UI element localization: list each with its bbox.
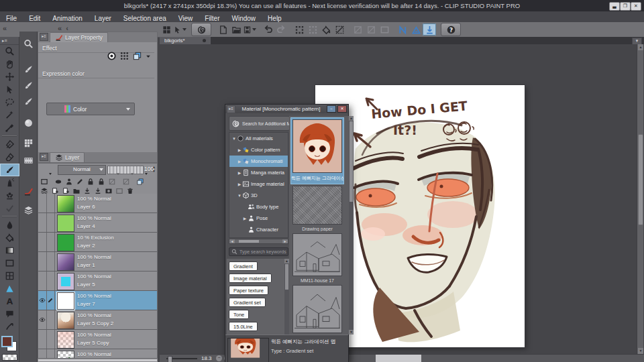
redo-button[interactable] — [274, 23, 288, 36]
scroll-down-icon[interactable]: ▼ — [638, 348, 643, 354]
tool-correct-line[interactable] — [0, 320, 19, 333]
scrollbar-thumb[interactable] — [285, 264, 288, 290]
layer-row[interactable]: 100 % NormalLayer 1 — [38, 252, 157, 272]
tool-selection[interactable] — [0, 96, 19, 109]
layer-list-scrollbar[interactable] — [38, 359, 158, 362]
layer-thumbnail[interactable] — [57, 195, 74, 213]
tag-tone[interactable]: Tone — [229, 310, 249, 319]
tool-eyedropper[interactable] — [0, 121, 19, 134]
scrollbar-thumb[interactable] — [239, 240, 259, 243]
help-button[interactable] — [444, 23, 458, 36]
layer-thumbnail[interactable] — [57, 312, 74, 329]
tree-item-pose[interactable]: ▶Pose — [229, 213, 288, 224]
material-item[interactable]: MM11-house 17 — [291, 233, 343, 283]
scale-rotate-button[interactable] — [351, 23, 364, 36]
tool-liquify[interactable] — [0, 219, 19, 231]
tool-zoom[interactable] — [0, 45, 19, 58]
panel-tool-property[interactable] — [19, 78, 37, 92]
chevron-right-icon[interactable]: ▶ — [237, 159, 242, 164]
tag-gradient-set[interactable]: Gradient set — [229, 298, 266, 307]
scroll-left-icon[interactable]: ◄ — [229, 239, 235, 243]
scroll-down-icon[interactable]: ▼ — [349, 330, 354, 335]
tag-image-material[interactable]: Image material — [229, 274, 272, 283]
panel-layer-stack[interactable] — [19, 203, 37, 217]
layer-row[interactable]: 100 % NormalLayer 5 — [38, 272, 157, 291]
layer-row[interactable]: 100 % NormalLayer 4 — [38, 213, 157, 233]
tool-operation[interactable] — [0, 83, 19, 96]
undo-button[interactable] — [261, 23, 274, 36]
tree-item-monochromati[interactable]: ▶Monochromati — [229, 156, 288, 167]
document-tab[interactable]: blkgorls* — [160, 37, 211, 44]
zoom-slider-thumb[interactable] — [168, 356, 172, 362]
invert-selection-button[interactable] — [333, 23, 346, 36]
close-button[interactable]: ✕ — [631, 2, 641, 11]
tool-airbrush[interactable] — [0, 176, 19, 189]
tree-item-image-material[interactable]: ▶Image material — [229, 178, 288, 190]
scroll-up-icon[interactable]: ▲ — [284, 259, 289, 263]
open-file-button[interactable] — [229, 23, 243, 36]
tool-figure[interactable] — [0, 282, 19, 295]
tree-item-manga-materia[interactable]: ▶Manga materia — [229, 167, 288, 178]
tool-gradient[interactable] — [0, 244, 19, 257]
maximize-button[interactable]: ❐ — [620, 2, 631, 11]
chevron-right-icon[interactable]: ▶ — [237, 170, 242, 175]
tool-decoration[interactable] — [0, 189, 19, 202]
tag-gradient[interactable]: Gradient — [229, 261, 258, 271]
minimize-button[interactable]: ▃ — [609, 2, 620, 11]
foreground-color-swatch[interactable] — [1, 336, 13, 347]
layer-row[interactable]: 100 % Normal — [38, 349, 157, 358]
collapse-left-icon[interactable]: « — [3, 24, 7, 32]
panel-menu-icon[interactable]: ▸≡ — [227, 105, 235, 113]
tool-move-layer[interactable] — [0, 70, 19, 83]
snap-to-ruler-button[interactable] — [396, 23, 409, 36]
tool-blend[interactable] — [0, 202, 19, 215]
tool-pen[interactable] — [0, 138, 19, 151]
scroll-up-icon[interactable]: ▲ — [349, 116, 354, 121]
transform-button[interactable] — [364, 23, 378, 36]
tree-horizontal-scrollbar[interactable]: ◄ ► — [229, 239, 288, 244]
tool-fill[interactable] — [0, 231, 19, 244]
snap-to-grid-button[interactable] — [423, 23, 436, 36]
layer-thumbnail[interactable] — [57, 351, 74, 358]
layer-row[interactable]: 100 % NormalLayer 6 — [38, 194, 157, 213]
operation-cursor-button[interactable] — [173, 23, 186, 36]
tree-item-color-pattern[interactable]: ▶Color pattern — [229, 144, 288, 156]
new-document-button[interactable] — [216, 23, 229, 36]
tool-balloon[interactable] — [0, 308, 19, 320]
layer-thumbnail[interactable] — [57, 331, 74, 349]
tone-effect-button[interactable] — [119, 50, 129, 62]
opacity-slider[interactable] — [107, 166, 144, 174]
tag-paper-texture[interactable]: Paper texture — [229, 286, 268, 295]
material-search-input[interactable]: Type search keywords — [229, 247, 288, 256]
layer-row[interactable]: 100 % NormalLayer 5 Copy 2 — [38, 310, 157, 330]
scrollbar-thumb[interactable] — [638, 134, 643, 225]
opacity-spinner[interactable]: ▲▼ — [152, 165, 156, 173]
tool-ruler-frame[interactable] — [0, 269, 19, 282]
panel-layer-property-check[interactable] — [19, 184, 37, 198]
layer-thumbnail[interactable] — [57, 292, 74, 310]
panel-menu-icon[interactable]: ▸≡ — [40, 153, 48, 161]
scroll-right-icon[interactable]: ► — [282, 239, 288, 243]
chevron-right-icon[interactable]: ▶ — [237, 147, 242, 152]
layer-color-effect-button[interactable] — [132, 50, 142, 62]
layer-thumbnail[interactable] — [57, 273, 74, 290]
canvas-horizontal-scrollbar[interactable] — [376, 355, 421, 362]
snap-to-special-ruler-button[interactable] — [409, 23, 423, 36]
tab-layer-property[interactable]: Layer Property — [50, 32, 108, 42]
layer-thumbnail[interactable] — [57, 234, 74, 251]
layer-row[interactable]: 10 % ExclusionLayer 2 — [38, 233, 157, 252]
panel-quick-access[interactable] — [19, 37, 37, 50]
tool-text[interactable] — [0, 295, 19, 308]
tool-auto-select[interactable] — [0, 109, 19, 121]
material-item[interactable] — [291, 285, 343, 335]
panel-timeline[interactable] — [19, 154, 37, 167]
transparent-color-swatch[interactable] — [2, 354, 17, 361]
search-additional-materials-button[interactable]: Search for Additional M — [229, 116, 290, 131]
layer-thumbnail[interactable] — [57, 253, 74, 271]
expand-arrow-button[interactable] — [145, 50, 152, 62]
crop-button[interactable] — [378, 23, 391, 36]
panel-color-set[interactable] — [19, 136, 37, 149]
tab-layer[interactable]: Layer — [50, 152, 85, 162]
tab-modified-dot[interactable] — [203, 39, 206, 42]
layer-row[interactable]: 100 % NormalLayer 7 — [38, 291, 157, 310]
